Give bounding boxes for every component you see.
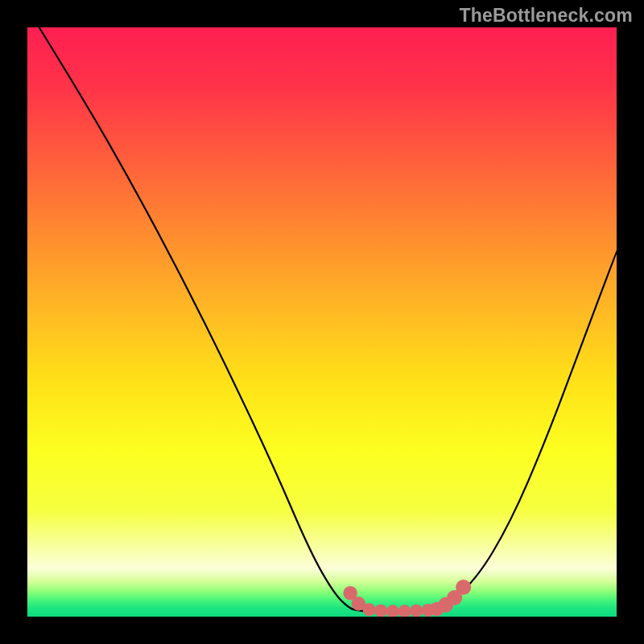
marker-dot: [456, 580, 471, 595]
watermark-text: TheBottleneck.com: [459, 5, 633, 27]
marker-dot: [374, 605, 387, 617]
marker-dot: [398, 605, 411, 617]
bottleneck-curve: [39, 27, 617, 612]
marker-dot: [363, 603, 376, 616]
chart-frame: TheBottleneck.com: [0, 0, 644, 644]
plot-area: [27, 27, 617, 617]
marker-dot: [386, 605, 399, 617]
curve-layer: [27, 27, 617, 617]
marker-dot: [410, 605, 423, 617]
